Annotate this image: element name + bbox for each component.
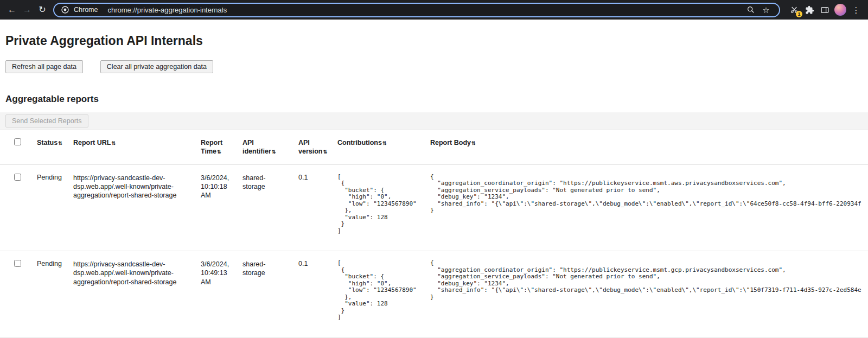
api-version-cell: 0.1 [298, 164, 337, 251]
profile-avatar[interactable] [834, 4, 846, 16]
url-text: chrome://private-aggregation-internals [107, 6, 227, 14]
toolbar-actions: 1 ⋮ [787, 2, 864, 17]
contributions-cell: [ { "bucket": { "high": "0", "low": "123… [337, 164, 430, 251]
side-panel-icon[interactable] [817, 2, 832, 17]
table-header-row: Status⇅ Report URL⇅ Report Time⇅ API ide… [0, 130, 868, 164]
header-api-identifier-label: API identifier [242, 139, 271, 155]
extensions-puzzle-icon[interactable] [802, 2, 817, 17]
status-cell: Pending [37, 251, 73, 338]
report-time-cell: 3/6/2024, 10:10:18 AM [201, 164, 242, 251]
api-version-cell: 0.1 [298, 251, 337, 338]
header-api-identifier[interactable]: API identifier⇅ [242, 130, 298, 164]
sort-icon: ⇅ [58, 141, 62, 146]
header-report-time[interactable]: Report Time⇅ [201, 130, 242, 164]
table-row: Pending https://privacy-sandcastle-dev-d… [0, 164, 868, 251]
aggregatable-reports-heading: Aggregatable reports [5, 94, 868, 105]
api-identifier-cell: shared-storage [242, 164, 298, 251]
header-report-url-label: Report URL [73, 139, 111, 146]
clear-all-button[interactable]: Clear all private aggregation data [100, 60, 213, 73]
send-selected-reports-button[interactable]: Send Selected Reports [5, 114, 88, 127]
reload-icon[interactable]: ↻ [35, 2, 50, 17]
api-identifier-cell: shared-storage [242, 251, 298, 338]
contributions-cell: [ { "bucket": { "high": "0", "low": "123… [337, 251, 430, 338]
contributions-json: [ { "bucket": { "high": "0", "low": "123… [337, 260, 424, 321]
select-all-checkbox[interactable] [14, 138, 21, 145]
header-api-version[interactable]: API version⇅ [298, 130, 337, 164]
report-body-json: { "aggregation_coordinator_origin": "htt… [430, 174, 861, 214]
cut-icon[interactable]: 1 [787, 2, 802, 17]
browser-toolbar: ← → ↻ Chrome chrome://private-aggregatio… [0, 0, 868, 20]
header-api-version-label: API version [298, 139, 322, 155]
sort-icon: ⇅ [471, 141, 476, 146]
header-status-label: Status [37, 139, 58, 146]
reports-toolbar-band: Send Selected Reports [0, 112, 868, 130]
chrome-label: Chrome [74, 6, 98, 14]
row-checkbox-cell [0, 251, 37, 338]
chrome-logo-icon [61, 5, 69, 14]
sort-icon: ⇅ [323, 149, 327, 155]
report-body-cell: { "aggregation_coordinator_origin": "htt… [430, 251, 868, 338]
reports-table: Status⇅ Report URL⇅ Report Time⇅ API ide… [0, 130, 868, 338]
row-checkbox-cell [0, 164, 37, 251]
forward-icon[interactable]: → [20, 2, 35, 17]
sort-icon: ⇅ [217, 149, 221, 155]
header-contributions[interactable]: Contributions⇅ [337, 130, 430, 164]
report-body-json: { "aggregation_coordinator_origin": "htt… [430, 260, 861, 301]
row-checkbox[interactable] [14, 260, 21, 267]
sort-icon: ⇅ [111, 141, 116, 146]
report-url-cell: https://privacy-sandcastle-dev-dsp.web.a… [73, 251, 201, 338]
address-bar[interactable]: Chrome chrome://private-aggregation-inte… [53, 3, 780, 17]
table-row: Pending https://privacy-sandcastle-dev-d… [0, 251, 868, 338]
zoom-icon[interactable] [743, 2, 758, 17]
header-report-url[interactable]: Report URL⇅ [73, 130, 201, 164]
page-actions: Refresh all page data Clear all private … [5, 60, 868, 73]
sort-icon: ⇅ [382, 141, 387, 146]
header-report-body[interactable]: Report Body⇅ [430, 130, 868, 164]
report-body-cell: { "aggregation_coordinator_origin": "htt… [430, 164, 868, 251]
select-all-checkbox-cell [0, 130, 37, 164]
page-title: Private Aggregation API Internals [5, 34, 868, 48]
report-time-cell: 3/6/2024, 10:49:13 AM [201, 251, 242, 338]
contributions-json: [ { "bucket": { "high": "0", "low": "123… [337, 174, 424, 235]
refresh-all-button[interactable]: Refresh all page data [5, 60, 83, 73]
menu-dots-icon[interactable]: ⋮ [848, 2, 864, 17]
header-status[interactable]: Status⇅ [37, 130, 73, 164]
bookmark-star-icon[interactable]: ☆ [758, 2, 774, 17]
back-icon[interactable]: ← [4, 2, 20, 17]
sort-icon: ⇅ [272, 149, 276, 155]
status-cell: Pending [37, 164, 73, 251]
report-url-cell: https://privacy-sandcastle-dev-dsp.web.a… [73, 164, 201, 251]
header-report-body-label: Report Body [430, 139, 471, 146]
header-contributions-label: Contributions [337, 139, 382, 146]
row-checkbox[interactable] [14, 174, 21, 181]
